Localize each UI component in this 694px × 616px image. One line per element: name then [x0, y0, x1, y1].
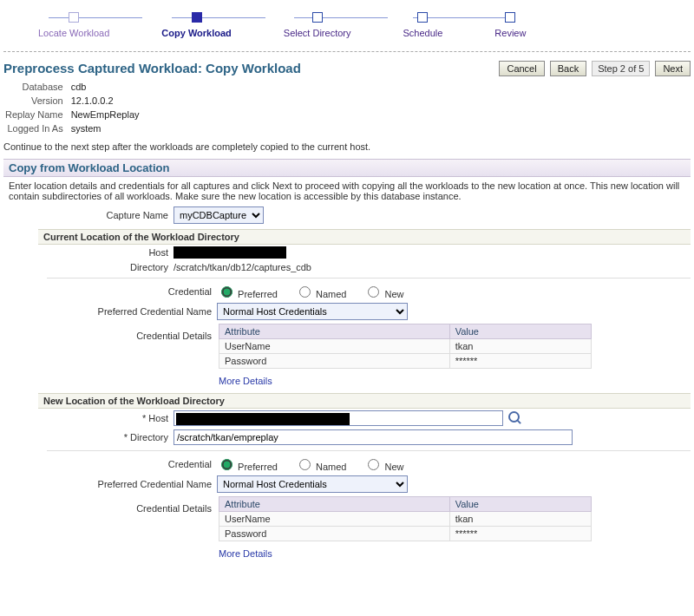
new-host-label: * Host	[38, 413, 168, 423]
credential-label: Credential	[47, 286, 212, 297]
wizard-step-locate-workload[interactable]: Locate Workload	[38, 12, 109, 38]
table-row: UserName tkan	[219, 339, 592, 354]
current-host-label: Host	[38, 247, 168, 258]
credential-details-label: Credential Details	[47, 331, 212, 341]
col-value: Value	[449, 497, 591, 512]
step-label: Copy Workload	[161, 28, 231, 38]
col-attribute: Attribute	[219, 324, 450, 339]
wizard-step-copy-workload[interactable]: Copy Workload	[161, 12, 231, 38]
wizard-step-select-directory[interactable]: Select Directory	[284, 12, 351, 38]
section-copy-from-location: Copy from Workload Location	[3, 159, 691, 177]
current-directory-label: Directory	[38, 262, 168, 272]
section-new-location: New Location of the Workload Directory	[38, 393, 691, 409]
replay-name-value: NewEmpReplay	[70, 108, 141, 121]
wizard-step-review[interactable]: Review	[494, 12, 526, 38]
preferred-credential-name-label: Preferred Credential Name	[47, 306, 212, 317]
step-box-icon	[69, 12, 79, 23]
step-label: Locate Workload	[38, 28, 109, 38]
database-value: cdb	[70, 81, 141, 93]
credential-radio-named[interactable]: Named	[295, 284, 347, 299]
step-box-icon	[192, 12, 202, 23]
section-copy-text: Enter location details and credentials f…	[3, 177, 691, 205]
cancel-button[interactable]: Cancel	[499, 61, 544, 76]
capture-name-select[interactable]: myCDBCapture	[174, 206, 264, 224]
credential2-radio-named[interactable]: Named	[295, 456, 347, 472]
header-properties: Database cdb Version 12.1.0.0.2 Replay N…	[3, 79, 142, 136]
credential-details-table: Attribute Value UserName tkan Password *…	[219, 324, 592, 369]
step-box-icon	[505, 12, 515, 23]
new-directory-input[interactable]	[174, 429, 573, 445]
current-host-value-redacted	[174, 246, 286, 259]
database-label: Database	[5, 81, 69, 93]
credential2-radio-preferred[interactable]: Preferred	[217, 456, 278, 472]
table-row: Password ******	[219, 527, 592, 541]
version-value: 12.1.0.0.2	[70, 95, 141, 107]
step-label: Select Directory	[284, 28, 351, 38]
more-details-link-2[interactable]: More Details	[219, 548, 272, 559]
col-attribute: Attribute	[219, 497, 450, 512]
divider	[3, 51, 691, 52]
wizard-step-schedule[interactable]: Schedule	[403, 12, 442, 38]
logged-in-value: system	[70, 122, 141, 134]
step-label: Schedule	[403, 28, 442, 38]
preferred-credential-name-select[interactable]: Normal Host Credentials	[217, 303, 408, 320]
capture-name-label: Capture Name	[3, 210, 168, 220]
step-box-icon	[312, 12, 323, 23]
logged-in-label: Logged In As	[5, 122, 69, 134]
new-host-value-redacted	[176, 413, 350, 425]
version-label: Version	[5, 95, 69, 107]
credential2-details-label: Credential Details	[47, 503, 212, 514]
wizard-steps-bar: Locate Workload Copy Workload Select Dir…	[3, 3, 691, 51]
page-title: Preprocess Captured Workload: Copy Workl…	[3, 61, 301, 75]
section-current-location: Current Location of the Workload Directo…	[38, 229, 691, 245]
credential2-label: Credential	[47, 459, 212, 469]
search-icon[interactable]	[508, 411, 522, 425]
step-box-icon	[417, 12, 428, 23]
table-row: UserName tkan	[219, 512, 592, 527]
more-details-link[interactable]: More Details	[219, 376, 272, 386]
step-indicator: Step 2 of 5	[592, 61, 650, 76]
next-button[interactable]: Next	[655, 61, 691, 76]
new-directory-label: * Directory	[38, 432, 168, 442]
credential2-details-table: Attribute Value UserName tkan Password *…	[219, 496, 592, 541]
credential-radio-preferred[interactable]: Preferred	[217, 284, 278, 299]
new-host-input-wrapper[interactable]	[174, 410, 503, 426]
credential2-radio-new[interactable]: New	[363, 456, 403, 472]
back-button[interactable]: Back	[550, 61, 586, 76]
current-directory-value: /scratch/tkan/db12/captures_cdb	[174, 262, 311, 272]
col-value: Value	[449, 324, 591, 339]
step-label: Review	[494, 28, 526, 38]
credential-radio-new[interactable]: New	[363, 284, 403, 299]
table-row: Password ******	[219, 354, 592, 369]
preferred-credential2-name-select[interactable]: Normal Host Credentials	[217, 475, 408, 493]
replay-name-label: Replay Name	[5, 108, 69, 121]
preferred-credential2-name-label: Preferred Credential Name	[47, 479, 212, 489]
intro-text: Continue to the next step after the work…	[3, 141, 691, 152]
